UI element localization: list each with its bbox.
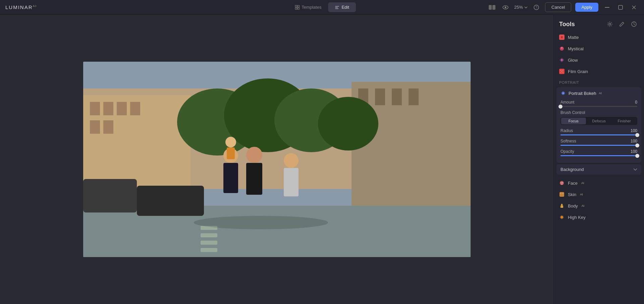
svg-rect-41 [284, 168, 299, 196]
svg-point-57 [560, 72, 561, 73]
high-key-label: High Key [568, 215, 586, 220]
tool-item-glow[interactable]: Glow [554, 54, 644, 66]
amount-slider-row: Amount 0 [560, 100, 637, 107]
svg-rect-9 [605, 7, 609, 8]
softness-label: Softness [560, 139, 576, 143]
radius-slider-thumb[interactable] [635, 133, 639, 137]
svg-rect-15 [103, 102, 113, 115]
svg-point-56 [562, 70, 563, 71]
svg-rect-17 [130, 102, 140, 115]
dropdown-chevron-icon [633, 168, 637, 171]
svg-point-66 [562, 193, 564, 194]
face-label: Face [568, 181, 578, 186]
svg-point-58 [562, 72, 563, 73]
photo-svg [83, 62, 471, 257]
face-icon-svg [559, 181, 564, 185]
tools-list: Matte Mystical [554, 32, 644, 304]
brush-control-label: Brush Control [560, 110, 637, 115]
maximize-btn[interactable] [616, 3, 625, 12]
svg-point-42 [246, 147, 262, 163]
view-split-icon [489, 5, 495, 10]
opacity-slider-track[interactable] [560, 155, 637, 156]
svg-point-61 [560, 181, 564, 185]
film-grain-icon [559, 69, 565, 74]
softness-label-row: Softness 100 [560, 139, 637, 143]
svg-point-6 [504, 6, 506, 8]
softness-value: 100 [631, 139, 637, 143]
apply-button[interactable]: Apply [575, 3, 598, 12]
tab-templates[interactable]: Templates [288, 2, 328, 12]
help-btn[interactable]: ? [532, 3, 541, 12]
skin-icon [559, 192, 565, 197]
amount-value: 0 [635, 100, 637, 105]
svg-point-55 [561, 71, 562, 72]
svg-rect-4 [492, 5, 495, 10]
brush-tab-defocus[interactable]: Defocus [587, 118, 611, 124]
amount-label-row: Amount 0 [560, 100, 637, 105]
zoom-control[interactable]: 25% [514, 5, 528, 10]
high-key-icon-svg [559, 215, 564, 220]
brush-tabs: Focus Defocus Finisher [560, 117, 637, 125]
svg-rect-16 [117, 102, 127, 115]
radius-slider-fill [560, 134, 637, 135]
panel-pencil-btn[interactable] [617, 19, 627, 29]
brush-tab-finisher[interactable]: Finisher [612, 118, 637, 124]
topbar-center: Templates Edit [288, 2, 356, 12]
svg-point-38 [225, 137, 236, 147]
minimize-icon [605, 7, 609, 8]
panel-clock-btn[interactable] [629, 19, 639, 29]
high-key-icon [559, 215, 565, 220]
portrait-section-label: Portrait [554, 77, 644, 86]
eye-btn[interactable] [501, 3, 510, 12]
film-grain-icon-svg [560, 69, 564, 73]
tool-item-face[interactable]: Face AI [554, 177, 644, 189]
amount-slider-thumb[interactable] [558, 105, 562, 109]
clock-icon [631, 21, 637, 27]
tab-edit[interactable]: Edit [328, 2, 356, 12]
svg-rect-18 [90, 120, 100, 134]
matte-icon-svg [560, 36, 564, 39]
tool-item-high-key[interactable]: High Key [554, 211, 644, 223]
portrait-bokeh-header: Portrait Bokeh AI [560, 90, 637, 96]
view-mode-btn[interactable] [487, 3, 497, 12]
opacity-slider-thumb[interactable] [635, 154, 639, 158]
radius-slider-track[interactable] [560, 134, 637, 135]
svg-rect-10 [619, 5, 623, 9]
amount-slider-track[interactable] [560, 106, 637, 107]
portrait-bokeh-icon-svg [561, 91, 566, 96]
tool-item-film-grain[interactable]: Film Grain [554, 66, 644, 77]
portrait-bokeh-ai-badge: AI [599, 92, 602, 95]
svg-text:?: ? [535, 6, 537, 9]
cancel-button[interactable]: Cancel [545, 2, 571, 12]
minimize-btn[interactable] [602, 3, 612, 12]
chevron-down-icon [524, 6, 528, 8]
background-dropdown[interactable]: Background [556, 164, 641, 175]
svg-rect-3 [489, 5, 492, 10]
svg-rect-33 [201, 248, 217, 252]
photo-canvas[interactable] [83, 62, 471, 257]
tool-item-mystical[interactable]: Mystical [554, 43, 644, 54]
svg-point-40 [284, 153, 299, 168]
svg-point-50 [561, 47, 562, 49]
portrait-bokeh-title: Portrait Bokeh AI [560, 90, 602, 96]
close-btn[interactable] [629, 3, 639, 12]
svg-rect-31 [201, 233, 217, 237]
skin-label: Skin [568, 192, 576, 197]
panel-settings-btn[interactable] [605, 19, 614, 29]
svg-rect-43 [246, 163, 262, 195]
tool-item-matte[interactable]: Matte [554, 32, 644, 43]
softness-slider-track[interactable] [560, 145, 637, 146]
edit-icon [335, 5, 339, 10]
opacity-value: 100 [631, 149, 637, 154]
tool-item-body[interactable]: Body AI [554, 200, 644, 211]
glow-icon [559, 57, 565, 63]
brush-tab-focus[interactable]: Focus [561, 118, 586, 124]
svg-rect-14 [90, 102, 100, 115]
topbar-right: 25% ? Cancel Apply [487, 2, 639, 12]
tool-item-skin[interactable]: Skin AI [554, 189, 644, 200]
face-icon [559, 180, 565, 186]
mystical-label: Mystical [568, 46, 584, 51]
body-label: Body [568, 203, 578, 208]
topbar-left: LUMINARAI [5, 4, 37, 10]
softness-slider-thumb[interactable] [635, 143, 639, 147]
